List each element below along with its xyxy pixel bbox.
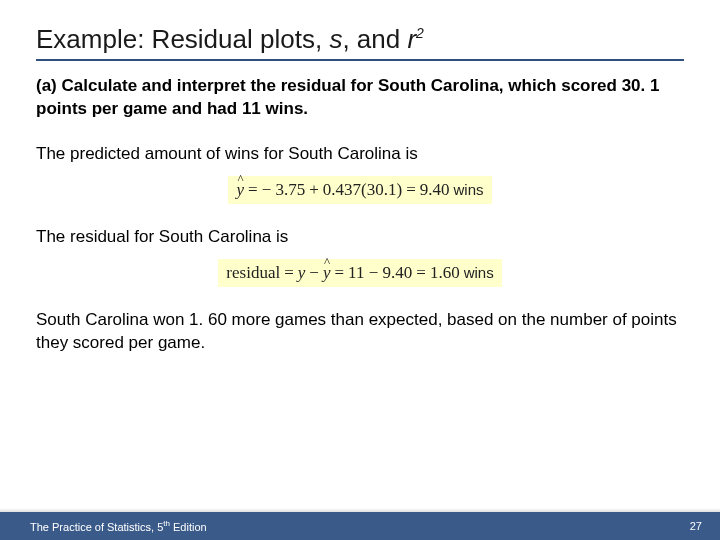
slide: Example: Residual plots, s, and r2 (a) C… [0,0,720,540]
eq1-unit: wins [449,181,483,198]
title-prefix: Example: Residual plots, [36,24,329,54]
title-var-s: s [329,24,342,54]
eq2-unit: wins [460,264,494,281]
title-sep: , and [342,24,407,54]
equation-predicted-wrap: y=− 3.75+0.437(30.1)=9.40wins [36,176,684,204]
eq1-result: 9.40 [420,180,450,199]
slide-title: Example: Residual plots, s, and r2 [36,24,684,61]
title-var-r: r [407,24,416,54]
eq1-a: − 3.75 [262,180,306,199]
footer-book-sup: th [163,519,170,528]
predicted-intro: The predicted amount of wins for South C… [36,143,684,166]
footer-book-prefix: The Practice of Statistics, 5 [30,521,163,533]
question-text: (a) Calculate and interpret the residual… [36,75,684,121]
title-exponent: 2 [416,25,424,41]
footer-page-number: 27 [690,520,702,532]
eq1-b: 0.437(30.1) [323,180,402,199]
footer-book-suffix: Edition [170,521,207,533]
residual-intro: The residual for South Carolina is [36,226,684,249]
eq2-result: 1.60 [430,263,460,282]
footer-bar: The Practice of Statistics, 5th Edition … [0,512,720,540]
eq2-label: residual [226,263,280,282]
conclusion-text: South Carolina won 1. 60 more games than… [36,309,684,355]
equation-residual-wrap: residual=y−y=11 − 9.40=1.60wins [36,259,684,287]
equation-predicted: y=− 3.75+0.437(30.1)=9.40wins [228,176,491,204]
equation-residual: residual=y−y=11 − 9.40=1.60wins [218,259,501,287]
footer-book: The Practice of Statistics, 5th Edition [30,519,207,533]
eq2-num: 11 − 9.40 [348,263,412,282]
